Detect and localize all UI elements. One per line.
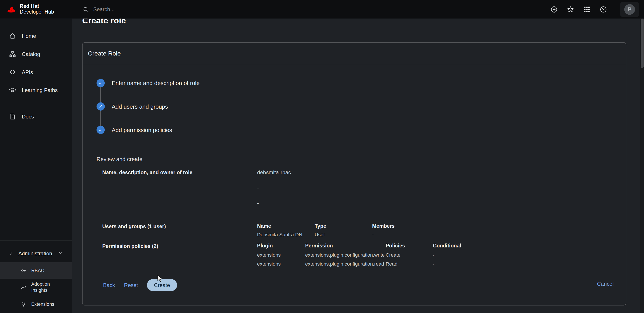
sidebar-item-adoption-insights[interactable]: Adoption Insights	[0, 279, 72, 296]
step-complete-icon	[96, 102, 105, 111]
sidebar-nav: Home Catalog APIs Learning Paths Docs	[0, 19, 72, 125]
app-grid-icon[interactable]	[583, 6, 591, 13]
card-body: Enter name and description of role Add u…	[82, 64, 626, 305]
plus-circle-icon[interactable]	[550, 6, 558, 13]
step-2[interactable]: Add users and groups	[96, 102, 626, 111]
search-input[interactable]	[93, 6, 225, 12]
column-header: Plugin	[257, 243, 305, 248]
users-table: Name Type Members Debsmita Santra DN Use…	[257, 224, 626, 238]
shield-icon	[9, 250, 12, 256]
section-label: Name, description, and owner of role	[102, 170, 257, 176]
permissions-table: Plugin Permission Policies Conditional e…	[257, 243, 626, 267]
question-circle-icon[interactable]	[600, 6, 607, 13]
sidebar-item-label: Extensions	[31, 302, 54, 307]
column-header: Name	[257, 224, 314, 229]
topbar-actions: P	[550, 2, 639, 17]
sidebar: Home Catalog APIs Learning Paths Docs	[0, 19, 72, 313]
back-button[interactable]: Back	[103, 282, 115, 288]
column-header: Permission	[305, 243, 386, 248]
step-label: Add users and groups	[112, 103, 168, 110]
table-cell: -	[372, 232, 626, 238]
step-label: Enter name and description of role	[112, 80, 200, 86]
sidebar-item-administration[interactable]: Administration	[0, 244, 72, 262]
sidebar-item-label: Catalog	[22, 51, 40, 57]
docs-icon	[9, 113, 16, 120]
redhat-logo-icon	[6, 4, 16, 15]
topbar: Red Hat Developer Hub P	[0, 0, 644, 19]
brand-text: Red Hat Developer Hub	[20, 4, 54, 15]
page-title: Create role	[82, 19, 644, 26]
learning-paths-icon	[9, 87, 16, 94]
sidebar-item-label: RBAC	[31, 268, 44, 273]
sidebar-item-rbac[interactable]: RBAC	[0, 262, 72, 279]
sidebar-item-docs[interactable]: Docs	[0, 107, 72, 125]
plug-icon	[20, 301, 26, 307]
sidebar-item-learning-paths[interactable]: Learning Paths	[0, 81, 72, 99]
vertical-scrollbar[interactable]	[640, 19, 644, 313]
apis-icon	[9, 68, 16, 75]
sidebar-item-label: APIs	[22, 69, 33, 75]
brand-line1: Red Hat	[20, 4, 54, 9]
create-button[interactable]: Create	[147, 279, 177, 291]
insights-icon	[20, 284, 26, 290]
home-icon	[9, 32, 16, 39]
avatar: P	[624, 4, 635, 15]
table-cell: -	[433, 252, 626, 258]
create-role-card: Create Role Enter name and description o…	[82, 42, 626, 305]
sidebar-item-label: Adoption Insights	[31, 279, 56, 296]
table-cell: extensions.plugin.configuration.write	[305, 252, 386, 258]
role-description-value: -	[257, 185, 626, 190]
brand-line2: Developer Hub	[20, 9, 54, 15]
scrollbar-thumb[interactable]	[641, 19, 644, 68]
review-heading: Review and create	[96, 156, 626, 162]
search-icon	[82, 6, 89, 13]
sidebar-item-extensions[interactable]: Extensions	[0, 296, 72, 312]
role-owner-value: -	[257, 200, 626, 205]
catalog-icon	[9, 50, 16, 57]
table-cell: User	[315, 232, 372, 238]
wizard-actions: Back Reset Create	[103, 279, 626, 291]
cancel-button[interactable]: Cancel	[597, 281, 614, 287]
brand[interactable]: Red Hat Developer Hub	[0, 4, 72, 15]
table-cell: extensions	[257, 252, 305, 258]
sidebar-item-home[interactable]: Home	[0, 27, 72, 45]
column-header: Conditional	[433, 243, 626, 248]
chevron-down-icon[interactable]	[58, 250, 64, 257]
app-window: Red Hat Developer Hub P	[0, 0, 644, 313]
step-complete-icon	[96, 79, 105, 87]
step-1[interactable]: Enter name and description of role	[96, 79, 626, 87]
section-values: debsmita-rbac - -	[257, 170, 626, 215]
key-icon	[20, 267, 26, 273]
sidebar-item-catalog[interactable]: Catalog	[0, 45, 72, 63]
column-header: Type	[315, 224, 372, 229]
sidebar-item-label: Learning Paths	[22, 87, 58, 93]
table-cell: Read	[386, 261, 433, 267]
global-search[interactable]	[82, 6, 550, 13]
role-name-value: debsmita-rbac	[257, 170, 626, 175]
review-users-section: Users and groups (1 user) Name Type Memb…	[96, 224, 626, 238]
sidebar-admin-section: Administration RBAC Adoption Insights Ex…	[0, 240, 72, 312]
step-label: Add permission policies	[112, 127, 172, 133]
sidebar-item-apis[interactable]: APIs	[0, 63, 72, 81]
step-connector	[100, 111, 101, 126]
table-cell: Debsmita Santra DN	[257, 232, 314, 238]
sidebar-item-label: Docs	[22, 113, 34, 119]
card-title: Create Role	[82, 43, 626, 64]
column-header: Policies	[386, 243, 433, 248]
user-menu-button[interactable]: P	[620, 2, 639, 17]
step-3[interactable]: Add permission policies	[96, 126, 626, 134]
sidebar-item-label: Administration	[18, 250, 52, 256]
section-label: Users and groups (1 user)	[102, 224, 257, 229]
star-icon[interactable]	[567, 6, 574, 13]
table-cell: -	[433, 261, 626, 267]
main-content: Create role Create Role Enter name and d…	[72, 19, 644, 313]
review-name-section: Name, description, and owner of role deb…	[96, 170, 626, 215]
column-header: Members	[372, 224, 626, 229]
table-cell: Create	[386, 252, 433, 258]
sidebar-item-label: Home	[22, 33, 36, 39]
step-connector	[100, 87, 101, 103]
reset-button[interactable]: Reset	[124, 282, 138, 288]
table-cell: extensions	[257, 261, 305, 267]
step-complete-icon	[96, 126, 105, 134]
section-label: Permission policies (2)	[102, 243, 257, 249]
